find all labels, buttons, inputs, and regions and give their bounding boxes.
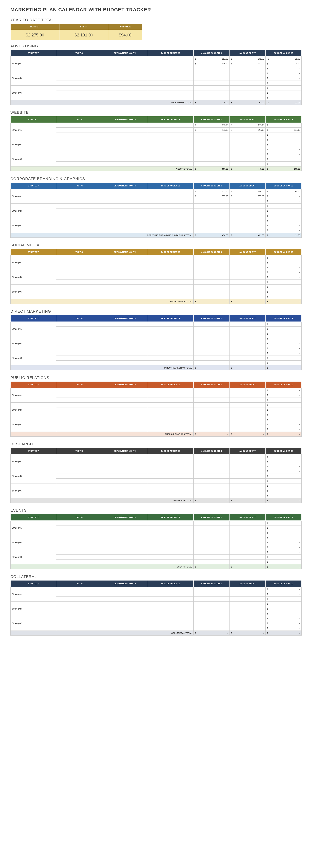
tactic-cell[interactable] xyxy=(56,550,102,555)
spent-cell[interactable]: $300.00 xyxy=(230,123,266,128)
month-cell[interactable] xyxy=(102,61,148,66)
tactic-cell[interactable] xyxy=(56,388,102,393)
tactic-cell[interactable] xyxy=(56,407,102,412)
month-cell[interactable] xyxy=(102,223,148,228)
budgeted-cell[interactable] xyxy=(194,403,230,407)
target-cell[interactable] xyxy=(148,76,194,81)
strategy-cell[interactable]: Strategy A xyxy=(10,56,56,71)
budgeted-cell[interactable] xyxy=(194,417,230,422)
budgeted-cell[interactable] xyxy=(194,478,230,484)
budgeted-cell[interactable] xyxy=(194,601,230,607)
month-cell[interactable] xyxy=(102,260,148,265)
variance-cell[interactable]: $- xyxy=(266,427,302,432)
target-cell[interactable] xyxy=(148,422,194,427)
variance-cell[interactable]: $- xyxy=(266,464,302,469)
target-cell[interactable] xyxy=(148,474,194,478)
budgeted-cell[interactable] xyxy=(194,294,230,299)
spent-cell[interactable] xyxy=(230,388,266,393)
target-cell[interactable] xyxy=(148,61,194,66)
spent-cell[interactable] xyxy=(230,454,266,459)
target-cell[interactable] xyxy=(148,66,194,71)
budgeted-cell[interactable] xyxy=(194,147,230,152)
month-cell[interactable] xyxy=(102,218,148,223)
strategy-cell[interactable]: Strategy B xyxy=(10,270,56,284)
spent-cell[interactable] xyxy=(230,587,266,592)
variance-cell[interactable]: $- xyxy=(266,530,302,535)
variance-cell[interactable]: $- xyxy=(266,361,302,365)
budgeted-cell[interactable] xyxy=(194,280,230,284)
budgeted-cell[interactable] xyxy=(194,587,230,592)
budgeted-cell[interactable]: $250.00 xyxy=(194,128,230,132)
target-cell[interactable] xyxy=(148,189,194,194)
budgeted-cell[interactable] xyxy=(194,132,230,137)
tactic-cell[interactable] xyxy=(56,147,102,152)
tactic-cell[interactable] xyxy=(56,597,102,601)
spent-cell[interactable] xyxy=(230,616,266,621)
budgeted-cell[interactable] xyxy=(194,454,230,459)
month-cell[interactable] xyxy=(102,403,148,407)
tactic-cell[interactable] xyxy=(56,464,102,469)
month-cell[interactable] xyxy=(102,521,148,526)
budgeted-cell[interactable] xyxy=(194,469,230,474)
spent-cell[interactable] xyxy=(230,626,266,631)
total-budgeted[interactable]: $- xyxy=(194,498,230,503)
spent-cell[interactable]: $145.00 xyxy=(230,128,266,132)
spent-cell[interactable] xyxy=(230,535,266,540)
tactic-cell[interactable] xyxy=(56,530,102,535)
month-cell[interactable] xyxy=(102,209,148,213)
variance-cell[interactable]: $- xyxy=(266,152,302,157)
variance-cell[interactable]: $- xyxy=(266,123,302,128)
tactic-cell[interactable] xyxy=(56,351,102,356)
budgeted-cell[interactable] xyxy=(194,322,230,327)
tactic-cell[interactable] xyxy=(56,132,102,137)
variance-cell[interactable]: $- xyxy=(266,587,302,592)
budgeted-cell[interactable] xyxy=(194,265,230,270)
spent-cell[interactable] xyxy=(230,555,266,559)
budgeted-cell[interactable] xyxy=(194,474,230,478)
budgeted-cell[interactable] xyxy=(194,228,230,233)
tactic-cell[interactable] xyxy=(56,474,102,478)
target-cell[interactable] xyxy=(148,199,194,204)
target-cell[interactable] xyxy=(148,388,194,393)
target-cell[interactable] xyxy=(148,322,194,327)
target-cell[interactable] xyxy=(148,493,194,498)
target-cell[interactable] xyxy=(148,209,194,213)
target-cell[interactable] xyxy=(148,550,194,555)
month-cell[interactable] xyxy=(102,412,148,417)
spent-cell[interactable] xyxy=(230,86,266,90)
variance-cell[interactable]: $- xyxy=(266,535,302,540)
strategy-cell[interactable]: Strategy C xyxy=(10,417,56,432)
variance-cell[interactable]: $- xyxy=(266,521,302,526)
budgeted-cell[interactable] xyxy=(194,327,230,332)
budgeted-cell[interactable] xyxy=(194,521,230,526)
budgeted-cell[interactable] xyxy=(194,346,230,351)
spent-cell[interactable] xyxy=(230,284,266,289)
spent-cell[interactable] xyxy=(230,322,266,327)
budgeted-cell[interactable] xyxy=(194,86,230,90)
budgeted-cell[interactable] xyxy=(194,270,230,275)
variance-cell[interactable]: $- xyxy=(266,86,302,90)
budgeted-cell[interactable] xyxy=(194,626,230,631)
budgeted-cell[interactable] xyxy=(194,289,230,294)
variance-cell[interactable]: $- xyxy=(266,611,302,616)
variance-cell[interactable]: $- xyxy=(266,388,302,393)
variance-cell[interactable]: $- xyxy=(266,204,302,209)
spent-cell[interactable] xyxy=(230,336,266,341)
month-cell[interactable] xyxy=(102,626,148,631)
variance-cell[interactable]: $- xyxy=(266,270,302,275)
variance-cell[interactable]: $- xyxy=(266,275,302,280)
variance-cell[interactable]: $- xyxy=(266,162,302,166)
spent-cell[interactable] xyxy=(230,361,266,365)
spent-cell[interactable] xyxy=(230,275,266,280)
target-cell[interactable] xyxy=(148,213,194,218)
variance-cell[interactable]: $- xyxy=(266,474,302,478)
month-cell[interactable] xyxy=(102,616,148,621)
target-cell[interactable] xyxy=(148,128,194,132)
spent-cell[interactable] xyxy=(230,199,266,204)
variance-cell[interactable]: $105.00 xyxy=(266,128,302,132)
target-cell[interactable] xyxy=(148,417,194,422)
month-cell[interactable] xyxy=(102,601,148,607)
budgeted-cell[interactable] xyxy=(194,157,230,162)
target-cell[interactable] xyxy=(148,332,194,336)
target-cell[interactable] xyxy=(148,540,194,545)
